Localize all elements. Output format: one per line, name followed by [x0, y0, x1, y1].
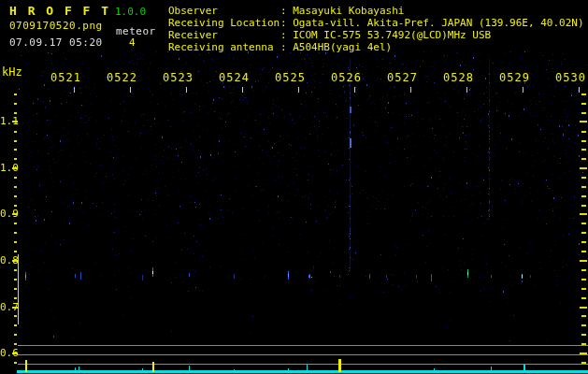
time-tick-label: 0528	[443, 71, 474, 84]
app-version: 1.0.0	[115, 6, 146, 18]
spectrogram-canvas	[0, 0, 588, 374]
freq-tick-label: 0.7	[0, 301, 12, 313]
station-value: A504HB(yagi 4el)	[293, 41, 392, 53]
app-title: H R O F F T	[9, 4, 110, 18]
station-colon: :	[280, 29, 293, 41]
time-tick-label: 0521	[50, 71, 81, 84]
freq-tick-label: 0.8	[0, 254, 12, 266]
freq-unit-label: kHz	[2, 65, 22, 79]
station-label: Receiver	[168, 29, 280, 41]
hrofft-output: H R O F F T 1.0.0 0709170520.png meteor …	[0, 0, 588, 374]
station-row: Observer: Masayuki Kobayashi	[168, 5, 584, 17]
station-label: Receiving Location	[168, 17, 280, 29]
station-colon: :	[280, 41, 293, 53]
station-colon: :	[280, 5, 293, 17]
time-tick-label: 0526	[331, 71, 362, 84]
time-tick-label: 0530	[555, 71, 586, 84]
output-filename: 0709170520.png	[9, 20, 103, 32]
freq-tick-label: 1.1	[0, 115, 12, 127]
station-label: Receiving antenna	[168, 41, 280, 53]
station-row: Receiving antenna: A504HB(yagi 4el)	[168, 41, 584, 53]
freq-tick-label: 1.0	[0, 162, 12, 174]
mode-label: meteor	[116, 25, 156, 37]
time-tick-label: 0523	[163, 71, 194, 84]
station-value: Masayuki Kobayashi	[293, 5, 404, 17]
station-colon: :	[280, 17, 293, 29]
freq-tick-label: 0.6	[0, 347, 12, 359]
time-tick-label: 0525	[275, 71, 306, 84]
station-value: ICOM IC-575 53.7492(@LCD)MHz USB	[293, 29, 491, 41]
station-label: Observer	[168, 5, 280, 17]
time-tick-label: 0524	[219, 71, 250, 84]
station-info: Observer: Masayuki KobayashiReceiving Lo…	[168, 5, 584, 53]
station-row: Receiving Location: Ogata-vill. Akita-Pr…	[168, 17, 584, 29]
freq-tick-label: 0.9	[0, 208, 12, 220]
meteor-count: 4	[129, 36, 136, 49]
time-tick-label: 0522	[107, 71, 137, 84]
time-tick-label: 0529	[499, 71, 530, 84]
time-tick-label: 0527	[387, 71, 418, 84]
capture-datetime: 07.09.17 05:20	[9, 36, 103, 49]
station-value: Ogata-vill. Akita-Pref. JAPAN (139.96E, …	[293, 17, 583, 29]
station-row: Receiver: ICOM IC-575 53.7492(@LCD)MHz U…	[168, 29, 584, 41]
